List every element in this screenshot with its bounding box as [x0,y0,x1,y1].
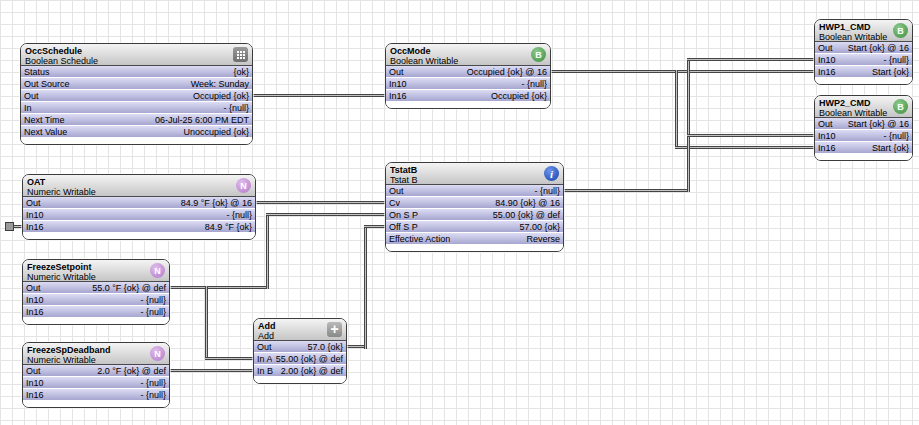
wire-add-out-to-tstatb-offsp[interactable] [345,345,366,348]
block-OAT[interactable]: OATNumeric WritableNOut84.9 °F {ok} @ 16… [22,174,256,240]
pin-row-out[interactable]: Out- {null} [386,185,563,197]
pin-row-in16[interactable]: In16- {null} [23,389,169,401]
block-title: OccMode [390,46,546,56]
pin-value: Start {ok} [872,143,909,153]
wire-freezesetpoint-out-to-tstatb-onsp[interactable] [266,213,269,289]
block-title: OccSchedule [25,46,248,56]
wire-add-out-to-tstatb-offsp[interactable] [364,225,385,228]
pin-row-offsp[interactable]: Off S P57.00 {ok} [386,221,563,233]
icon-glyph: B [897,26,904,36]
pin-row-in10[interactable]: In10- {null} [815,130,912,142]
pin-value: {ok} [233,67,249,77]
pin-row-in10[interactable]: In10- {null} [23,209,255,221]
pin-row-onsp[interactable]: On S P55.00 {ok} @ def [386,209,563,221]
pin-row-in16[interactable]: In16Start {ok} [815,66,912,78]
pin-row-out[interactable]: Out2.0 °F {ok} @ def [23,365,169,377]
pin-row-out[interactable]: OutOccupied {ok} [21,90,252,102]
block-header: FreezeSpDeadbandNumeric WritableN [23,343,169,365]
pin-label: Out [26,198,41,208]
pin-label: Out [818,43,833,53]
block-type: Numeric Writable [27,187,251,197]
pin-value: 57.00 {ok} [519,222,560,232]
pin-label: In16 [26,390,44,400]
wire-freezesetpoint-out-to-add-ina[interactable] [205,357,253,360]
pin-label: Cv [389,198,400,208]
wire-freezespdeadband-out-to-add-inb[interactable] [168,369,253,372]
pin-value: 57.0 {ok} [307,342,343,352]
pin-row-in16[interactable]: In16Occupied {ok} [386,90,550,102]
pin-row-in10[interactable]: In10- {null} [386,78,550,90]
schedule-grid-icon [233,47,248,62]
block-header: TstatBTstat Bi [386,163,563,185]
boolean-writable-icon: B [893,99,908,114]
pin-value: Start {ok} @ 16 [848,119,909,129]
block-FreezeSetpoint[interactable]: FreezeSetpointNumeric WritableNOut55.0 °… [22,259,170,325]
pin-row-outsource[interactable]: Out SourceWeek: Sunday [21,78,252,90]
pin-row-out[interactable]: Out57.0 {ok} [254,341,346,353]
numeric-writable-icon: N [150,346,165,361]
wire-occmode-out-to-hwp2-in16[interactable] [675,70,678,149]
pin-row-nexttime[interactable]: Next Time06-Jul-25 6:00 PM EDT [21,114,252,126]
block-type: Numeric Writable [27,272,165,282]
pin-row-nextvalue[interactable]: Next ValueUnoccupied {ok} [21,126,252,138]
wire-oat-out-to-tstatb-cv[interactable] [254,201,385,204]
pin-row-in10[interactable]: In10- {null} [23,377,169,389]
pin-row-in16[interactable]: In16Start {ok} [815,142,912,154]
pin-row-ina[interactable]: In A55.00 {ok} @ def [254,353,346,365]
pin-row-in16[interactable]: In16- {null} [23,306,169,318]
pin-row-effectiveaction[interactable]: Effective ActionReverse [386,233,563,245]
pin-value: - {null} [223,103,249,113]
wire-occschedule-out-to-occmode-in16[interactable] [251,94,385,97]
block-TstatB[interactable]: TstatBTstat BiOut- {null}Cv84.90 {ok} @ … [385,162,564,252]
wire-freezesetpoint-out-to-tstatb-onsp[interactable] [168,286,268,289]
wire-occmode-out-to-hwp2-in16[interactable] [675,146,814,149]
pin-label: Out [389,67,404,77]
wire-external-link-to-oat-in16[interactable] [13,225,22,228]
block-type: Numeric Writable [27,355,165,365]
pin-row-in10[interactable]: In10- {null} [815,54,912,66]
icon-glyph: + [330,323,338,336]
pin-row-status[interactable]: Status{ok} [21,66,252,78]
wire-tstatb-out-to-hwp1-in10[interactable] [687,58,814,61]
wire-occmode-out-to-hwp1-in16[interactable] [549,70,814,73]
block-OccMode[interactable]: OccModeBoolean WritableBOutOccupied {ok}… [385,43,551,109]
pin-row-out[interactable]: Out55.0 °F {ok} @ def [23,282,169,294]
wire-tstatb-out-to-hwp1-in10[interactable] [687,58,690,192]
pin-value: - {null} [140,390,166,400]
wire-tstatb-out-to-hwp2-in10[interactable] [687,134,814,137]
wire-freezesetpoint-out-to-tstatb-onsp[interactable] [266,213,385,216]
block-footer [23,401,169,407]
pin-row-out[interactable]: OutStart {ok} @ 16 [815,118,912,130]
pin-value: 55.00 {ok} @ def [493,210,560,220]
block-OccSchedule[interactable]: OccScheduleBoolean ScheduleStatus{ok}Out… [20,43,253,145]
pin-value: Unoccupied {ok} [183,127,249,137]
wire-add-out-to-tstatb-offsp[interactable] [364,225,367,349]
block-Add[interactable]: AddAdd+Out57.0 {ok}In A55.00 {ok} @ defI… [253,318,347,384]
pin-value: - {null} [140,307,166,317]
pin-value: 06-Jul-25 6:00 PM EDT [155,115,249,125]
block-FreezeSpDeadband[interactable]: FreezeSpDeadbandNumeric WritableNOut2.0 … [22,342,170,408]
external-link-knob[interactable] [5,222,14,231]
wire-freezesetpoint-out-to-add-ina[interactable] [205,286,208,360]
block-HWP1_CMD[interactable]: HWP1_CMDBoolean WritableBOutStart {ok} @… [814,19,913,85]
pin-value: 55.0 °F {ok} @ def [92,283,166,293]
pin-row-inb[interactable]: In B2.00 {ok} @ def [254,365,346,377]
block-header: OccModeBoolean WritableB [386,44,550,66]
wiresheet-canvas[interactable]: OccScheduleBoolean ScheduleStatus{ok}Out… [0,0,919,425]
pin-row-out[interactable]: Out84.9 °F {ok} @ 16 [23,197,255,209]
pin-label: Next Time [24,115,65,125]
info-status-icon: i [544,166,559,181]
block-title: OAT [27,177,251,187]
pin-label: Out [26,366,41,376]
pin-row-in[interactable]: In- {null} [21,102,252,114]
pin-row-in10[interactable]: In10- {null} [23,294,169,306]
pin-row-out[interactable]: OutOccupied {ok} @ 16 [386,66,550,78]
pin-row-cv[interactable]: Cv84.90 {ok} @ 16 [386,197,563,209]
pin-value: 84.9 °F {ok} [205,222,252,232]
pin-value: Start {ok} [872,67,909,77]
block-HWP2_CMD[interactable]: HWP2_CMDBoolean WritableBOutStart {ok} @… [814,95,913,161]
icon-glyph: i [550,168,553,180]
wire-tstatb-out-to-hwp1-in10[interactable] [562,189,690,192]
pin-row-out[interactable]: OutStart {ok} @ 16 [815,42,912,54]
pin-row-in16[interactable]: In1684.9 °F {ok} [23,221,255,233]
